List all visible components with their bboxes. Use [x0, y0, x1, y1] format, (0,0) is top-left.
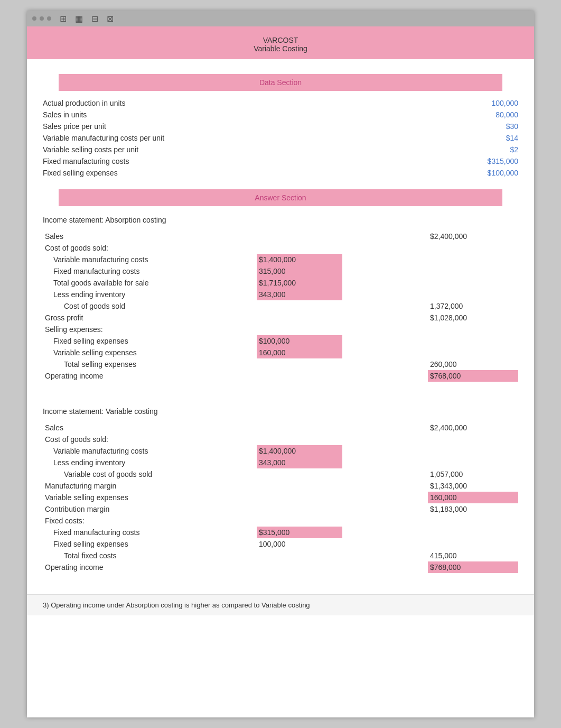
top-bar: ⊞ ▦ ⊟ ⊠	[27, 11, 534, 26]
answer-section-header: Answer Section	[59, 189, 502, 206]
abs-var-sell-row: Variable selling expenses 160,000	[43, 347, 518, 358]
var-contrib-margin-value: $1,183,000	[428, 503, 518, 515]
abs-sales-row: Sales $2,400,000	[43, 231, 518, 242]
abs-total-sell-label: Total selling expenses	[43, 358, 257, 370]
var-mfg-label: Variable manufacturing costs per unit	[43, 134, 164, 142]
abs-total-sell-row: Total selling expenses 260,000	[43, 358, 518, 370]
absorption-title: Income statement: Absorption costing	[43, 216, 518, 224]
var-var-sell-label: Variable selling expenses	[43, 492, 257, 503]
abs-selling-label: Selling expenses:	[43, 324, 257, 335]
production-value: 100,000	[465, 99, 518, 107]
data-row-fixed-sell: Fixed selling expenses $100,000	[43, 167, 518, 179]
var-mfg-margin-label: Manufacturing margin	[43, 480, 257, 492]
abs-var-mfg-row: Variable manufacturing costs $1,400,000	[43, 254, 518, 265]
note-text: 3) Operating income under Absorption cos…	[43, 601, 310, 609]
var-contrib-margin-label: Contribution margin	[43, 503, 257, 515]
var-op-income-value: $768,000	[428, 561, 518, 573]
bar-dot-3	[47, 16, 51, 21]
var-op-income-label: Operating income	[43, 561, 257, 573]
var-sell-label: Variable selling costs per unit	[43, 145, 138, 154]
var-less-inv-row: Less ending inventory 343,000	[43, 457, 518, 468]
data-section: Actual production in units 100,000 Sales…	[43, 91, 518, 179]
var-sales-label: Sales	[43, 422, 257, 434]
fixed-sell-value: $100,000	[465, 169, 518, 177]
abs-cogs-net-label: Cost of goods sold	[43, 300, 257, 312]
abs-cogs-net-row: Cost of goods sold 1,372,000	[43, 300, 518, 312]
fixed-sell-label: Fixed selling expenses	[43, 169, 118, 177]
abs-total-sell-value: 260,000	[428, 358, 518, 370]
var-sales-row: Sales $2,400,000	[43, 422, 518, 434]
abs-var-mfg-label: Variable manufacturing costs	[43, 254, 257, 265]
data-section-header: Data Section	[59, 74, 502, 91]
header-title: Variable Costing	[32, 44, 529, 53]
abs-less-inv-value: 343,000	[257, 289, 342, 300]
abs-less-inv-label: Less ending inventory	[43, 289, 257, 300]
header-code: VARCOST	[32, 36, 529, 44]
abs-op-income-row: Operating income $768,000	[43, 370, 518, 382]
abs-fixed-sell-value: $100,000	[257, 335, 342, 347]
bar-dot-1	[32, 16, 36, 21]
header: VARCOST Variable Costing	[27, 26, 534, 59]
var-sales-value: $2,400,000	[428, 422, 518, 434]
abs-op-income-label: Operating income	[43, 370, 257, 382]
abs-gross-profit-row: Gross profit $1,028,000	[43, 312, 518, 324]
data-row-sales-units: Sales in units 80,000	[43, 109, 518, 121]
fixed-mfg-value: $315,000	[465, 157, 518, 165]
var-cogs-header-row: Cost of goods sold:	[43, 434, 518, 445]
abs-sales-label: Sales	[43, 231, 257, 242]
var-cogs-net-row: Variable cost of goods sold 1,057,000	[43, 468, 518, 480]
var-var-sell-value: 160,000	[428, 492, 518, 503]
abs-gross-profit-label: Gross profit	[43, 312, 257, 324]
var-less-inv-label: Less ending inventory	[43, 457, 257, 468]
variable-title: Income statement: Variable costing	[43, 407, 518, 416]
abs-var-sell-label: Variable selling expenses	[43, 347, 257, 358]
bar-icon-3: ⊟	[91, 14, 98, 24]
abs-fixed-sell-label: Fixed selling expenses	[43, 335, 257, 347]
var-cogs-label: Cost of goods sold:	[43, 434, 257, 445]
var-mfg-margin-value: $1,343,000	[428, 480, 518, 492]
data-row-sales-price: Sales price per unit $30	[43, 121, 518, 132]
data-row-var-sell: Variable selling costs per unit $2	[43, 144, 518, 155]
var-total-fixed-value: 415,000	[428, 550, 518, 561]
abs-fixed-sell-row: Fixed selling expenses $100,000	[43, 335, 518, 347]
sales-price-label: Sales price per unit	[43, 122, 106, 131]
var-fixed-mfg-value: $315,000	[257, 527, 342, 538]
abs-selling-header-row: Selling expenses:	[43, 324, 518, 335]
var-sell-value: $2	[465, 145, 518, 154]
data-row-production: Actual production in units 100,000	[43, 97, 518, 109]
sales-units-label: Sales in units	[43, 110, 87, 119]
var-less-inv-value: 343,000	[257, 457, 342, 468]
var-total-fixed-row: Total fixed costs 415,000	[43, 550, 518, 561]
bar-icon-2: ▦	[75, 14, 83, 24]
production-label: Actual production in units	[43, 99, 125, 107]
var-fixed-mfg-row: Fixed manufacturing costs $315,000	[43, 527, 518, 538]
data-row-var-mfg: Variable manufacturing costs per unit $1…	[43, 132, 518, 144]
main-content: Data Section Actual production in units …	[27, 59, 534, 584]
var-var-mfg-value: $1,400,000	[257, 445, 342, 457]
var-op-income-row: Operating income $768,000	[43, 561, 518, 573]
abs-total-avail-row: Total goods available for sale $1,715,00…	[43, 277, 518, 289]
var-var-mfg-row: Variable manufacturing costs $1,400,000	[43, 445, 518, 457]
note-section: 3) Operating income under Absorption cos…	[27, 594, 534, 615]
abs-total-avail-value: $1,715,000	[257, 277, 342, 289]
abs-gross-profit-value: $1,028,000	[428, 312, 518, 324]
var-var-sell-row: Variable selling expenses 160,000	[43, 492, 518, 503]
abs-var-mfg-value: $1,400,000	[257, 254, 342, 265]
var-total-fixed-label: Total fixed costs	[43, 550, 257, 561]
abs-var-sell-value: 160,000	[257, 347, 342, 358]
abs-cogs-net-value: 1,372,000	[428, 300, 518, 312]
var-fixed-mfg-label: Fixed manufacturing costs	[43, 527, 257, 538]
bar-dot-2	[40, 16, 44, 21]
absorption-table: Sales $2,400,000 Cost of goods sold: Var…	[43, 231, 518, 382]
bar-icon-1: ⊞	[60, 14, 67, 24]
var-fixed-costs-header-row: Fixed costs:	[43, 515, 518, 527]
abs-fixed-mfg-value: 315,000	[257, 265, 342, 277]
var-fixed-sell-label: Fixed selling expenses	[43, 538, 257, 550]
var-cogs-net-label: Variable cost of goods sold	[43, 468, 257, 480]
var-var-mfg-label: Variable manufacturing costs	[43, 445, 257, 457]
fixed-mfg-label: Fixed manufacturing costs	[43, 157, 129, 165]
abs-cogs-header-row: Cost of goods sold:	[43, 242, 518, 254]
var-contrib-margin-row: Contribution margin $1,183,000	[43, 503, 518, 515]
var-mfg-value: $14	[465, 134, 518, 142]
var-fixed-sell-row: Fixed selling expenses 100,000	[43, 538, 518, 550]
